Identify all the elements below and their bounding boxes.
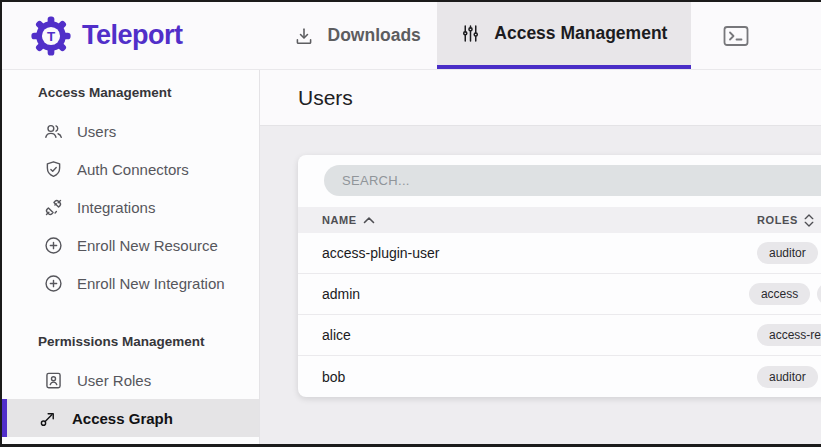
table-row[interactable]: bobauditor — [298, 356, 821, 397]
table-header-row: NAME ROLES — [298, 207, 821, 233]
tab-access-management[interactable]: Access Management — [437, 2, 691, 69]
plus-circle-icon — [43, 235, 64, 256]
user-roles-cell: accessauditor — [749, 283, 821, 305]
column-roles-label: ROLES — [757, 214, 798, 226]
sidebar-item-enroll-new-integration[interactable]: Enroll New Integration — [2, 264, 259, 302]
sidebar-section-header: Access Management — [38, 84, 259, 102]
role-badge: auditor — [817, 283, 821, 305]
trend-arrow-icon — [38, 408, 59, 429]
teleport-gear-icon: T — [30, 15, 72, 57]
main-panel: Users NAME ROLES — [260, 70, 821, 444]
table-row[interactable]: access-plugin-userauditor — [298, 233, 821, 274]
top-navigation-bar: T Teleport Downloads Acce — [2, 2, 821, 70]
terminal-icon[interactable] — [723, 24, 749, 48]
table-body: access-plugin-userauditoradminaccessaudi… — [298, 233, 821, 397]
plug-icon — [43, 197, 64, 218]
user-name-cell: bob — [298, 369, 757, 385]
user-name-cell: access-plugin-user — [298, 245, 757, 261]
sidebar-item-label: User Roles — [77, 372, 151, 389]
tab-access-management-label: Access Management — [494, 23, 667, 44]
column-header-roles[interactable]: ROLES — [757, 214, 814, 227]
role-badge: auditor — [757, 242, 818, 264]
sidebar-section: Access ManagementUsersAuth ConnectorsInt… — [2, 84, 259, 302]
sidebar-item-integrations[interactable]: Integrations — [2, 188, 259, 226]
id-card-icon — [43, 370, 64, 391]
user-roles-cell: auditor — [757, 242, 818, 264]
user-name-cell: admin — [298, 286, 749, 302]
table-row[interactable]: adminaccessauditor — [298, 274, 821, 315]
user-name-cell: alice — [298, 327, 757, 343]
tab-downloads-label: Downloads — [328, 25, 421, 46]
sidebar-item-user-roles[interactable]: User Roles — [2, 361, 259, 399]
page-title: Users — [298, 86, 353, 110]
sort-both-icon — [804, 214, 814, 227]
users-card: NAME ROLES acce — [298, 155, 821, 397]
sidebar-item-label: Access Graph — [72, 410, 173, 427]
sidebar-item-label: Enroll New Integration — [77, 275, 225, 292]
page-header: Users — [260, 70, 821, 126]
sidebar-item-label: Users — [77, 123, 116, 140]
user-roles-cell: auditor — [757, 366, 818, 388]
sidebar-item-access-graph[interactable]: Access Graph — [2, 399, 259, 437]
download-icon — [293, 25, 315, 47]
sidebar-item-label: Enroll New Resource — [77, 237, 218, 254]
sidebar-item-label: Integrations — [77, 199, 155, 216]
sidebar-item-enroll-new-resource[interactable]: Enroll New Resource — [2, 226, 259, 264]
tab-downloads[interactable]: Downloads — [293, 2, 421, 69]
column-name-label: NAME — [322, 214, 357, 226]
sidebar-item-users[interactable]: Users — [2, 112, 259, 150]
table-row[interactable]: aliceaccess-requester — [298, 315, 821, 356]
sidebar-section: Permissions ManagementUser RolesAccess G… — [2, 333, 259, 437]
role-badge: access-requester — [757, 324, 821, 346]
role-badge: auditor — [757, 366, 818, 388]
search-input[interactable] — [324, 165, 821, 196]
svg-text:T: T — [47, 28, 56, 43]
sort-asc-icon — [363, 216, 375, 224]
sidebar: Access ManagementUsersAuth ConnectorsInt… — [2, 70, 260, 444]
sidebar-item-auth-connectors[interactable]: Auth Connectors — [2, 150, 259, 188]
role-badge: access — [749, 283, 810, 305]
teleport-wordmark: Teleport — [82, 20, 183, 51]
users-icon — [43, 121, 64, 142]
teleport-logo[interactable]: T Teleport — [30, 2, 183, 69]
user-roles-cell: access-requester — [757, 324, 821, 346]
column-header-name[interactable]: NAME — [298, 214, 757, 226]
shield-check-icon — [43, 159, 64, 180]
sliders-icon — [460, 23, 481, 44]
sidebar-item-label: Auth Connectors — [77, 161, 189, 178]
plus-circle-icon — [43, 273, 64, 294]
sidebar-section-header: Permissions Management — [38, 333, 259, 351]
app-window: T Teleport Downloads Acce — [0, 0, 821, 447]
